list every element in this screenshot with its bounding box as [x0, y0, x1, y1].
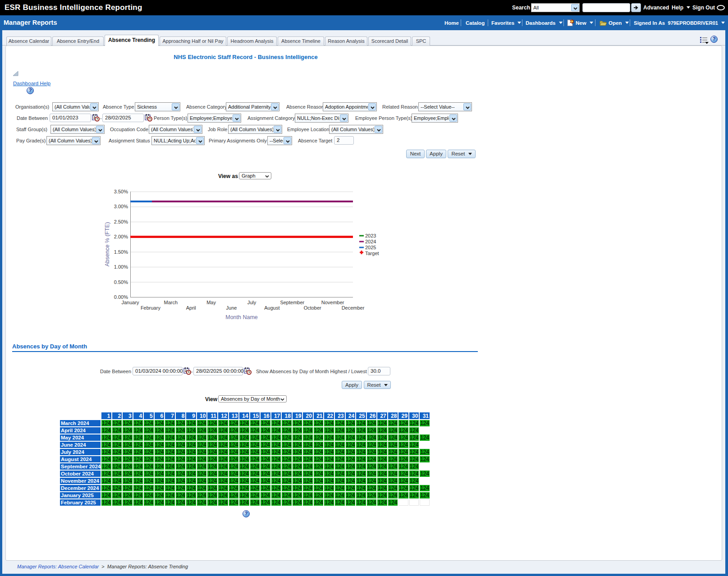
svg-text:1.00%: 1.00%: [114, 264, 128, 270]
svg-text:2.00%: 2.00%: [114, 234, 128, 239]
svg-text:Month Name: Month Name: [225, 314, 258, 320]
svg-text:Target: Target: [365, 251, 379, 256]
svg-text:September: September: [280, 300, 304, 305]
svg-text:2023: 2023: [365, 233, 376, 238]
svg-text:May: May: [206, 300, 216, 305]
svg-text:2025: 2025: [365, 245, 376, 250]
svg-text:February: February: [141, 305, 161, 311]
svg-text:1.50%: 1.50%: [114, 249, 128, 255]
svg-text:3.50%: 3.50%: [114, 189, 128, 194]
svg-text:November: November: [321, 300, 344, 305]
svg-text:Absence % (FTE): Absence % (FTE): [104, 222, 110, 267]
svg-text:August: August: [264, 305, 279, 311]
svg-text:December: December: [342, 305, 365, 311]
svg-text:3.00%: 3.00%: [114, 204, 128, 209]
svg-text:January: January: [121, 300, 139, 305]
svg-text:0.50%: 0.50%: [114, 279, 128, 285]
svg-text:2.50%: 2.50%: [114, 219, 128, 224]
svg-text:0.00%: 0.00%: [114, 294, 128, 300]
svg-text:July: July: [247, 300, 256, 305]
svg-text:October: October: [304, 305, 321, 311]
svg-text:June: June: [226, 305, 237, 311]
svg-text:April: April: [186, 305, 196, 311]
svg-text:2024: 2024: [365, 239, 376, 244]
svg-text:March: March: [164, 300, 178, 305]
